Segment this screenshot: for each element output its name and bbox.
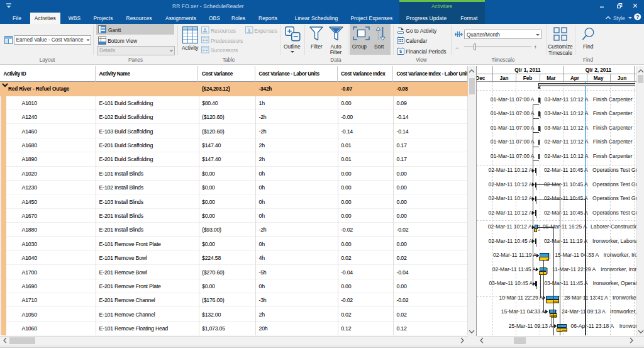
svg-text:?: ? [636, 13, 640, 20]
